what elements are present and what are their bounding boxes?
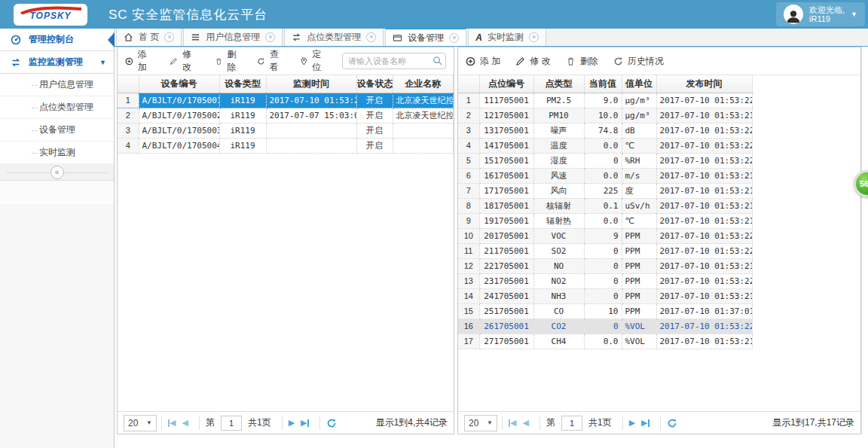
refresh-icon[interactable] xyxy=(667,418,677,428)
cell[interactable]: 北京凌天世纪控股股份有限公司 xyxy=(393,93,454,108)
cell[interactable]: 开启 xyxy=(356,108,393,123)
cell[interactable]: 2017-07-10 01:53:21 xyxy=(656,183,752,198)
column-header[interactable]: 值单位 xyxy=(622,75,656,93)
cell[interactable]: 2017-07-10 01:53:22 xyxy=(656,243,752,258)
prev-page-button[interactable]: ◀ xyxy=(182,418,188,428)
cell[interactable] xyxy=(393,123,454,138)
table-row[interactable]: 16261705001CO20%VOL2017-07-10 01:53:22 xyxy=(458,318,752,334)
cell[interactable]: 2017-07-10 01:37:01 xyxy=(656,303,752,318)
cell[interactable]: PM10 xyxy=(533,108,584,123)
cell[interactable]: %RH xyxy=(622,153,656,168)
column-header[interactable]: 点类型 xyxy=(533,75,584,93)
cell[interactable]: PPM xyxy=(622,243,656,258)
cell[interactable]: NO xyxy=(533,258,584,273)
row-number[interactable]: 16 xyxy=(458,318,479,334)
first-page-button[interactable]: ◀ xyxy=(509,418,516,428)
page-size-select[interactable]: 20▼ xyxy=(464,415,497,431)
row-number[interactable]: 13 xyxy=(458,273,479,288)
cell[interactable] xyxy=(266,138,356,153)
edit-button[interactable]: 修 改 xyxy=(515,55,550,68)
row-number[interactable]: 15 xyxy=(458,303,479,318)
cell[interactable]: 2017-07-10 01:53:21 xyxy=(656,108,752,123)
cell[interactable]: ℃ xyxy=(622,213,656,228)
sidebar-item-user-info[interactable]: 用户信息管理 xyxy=(0,74,114,96)
cell[interactable]: 191705001 xyxy=(479,213,533,228)
row-number[interactable]: 4 xyxy=(118,138,139,153)
cell[interactable]: 261705001 xyxy=(479,318,533,334)
row-number[interactable]: 17 xyxy=(458,334,479,349)
cell[interactable]: PM2.5 xyxy=(533,93,584,108)
cell[interactable]: 231705001 xyxy=(479,273,533,288)
table-row[interactable]: 2121705001PM1010.0μg/m³2017-07-10 01:53:… xyxy=(458,108,752,123)
history-button[interactable]: 历史情况 xyxy=(613,55,664,68)
close-icon[interactable]: × xyxy=(449,33,459,43)
cell[interactable]: uSv/h xyxy=(622,198,656,213)
row-number[interactable]: 9 xyxy=(458,213,479,228)
user-menu[interactable]: 欢迎光临, iR119 ▼ xyxy=(776,2,865,26)
cell[interactable]: 225 xyxy=(584,183,622,198)
column-header[interactable]: 企业名称 xyxy=(393,75,454,93)
cell[interactable]: %VOL xyxy=(622,318,656,334)
search-input[interactable] xyxy=(342,53,446,69)
sidebar-item-realtime[interactable]: 实时监测 xyxy=(0,142,114,164)
close-icon[interactable]: × xyxy=(529,32,539,42)
table-row[interactable]: 12221705001NO0PPM2017-07-10 01:53:21 xyxy=(458,258,752,273)
cell[interactable]: 251705001 xyxy=(479,303,533,318)
sidebar-section-monitoring[interactable]: 监控监测管理 ▼ xyxy=(0,51,114,74)
cell[interactable]: 湿度 xyxy=(533,153,584,168)
cell[interactable]: 2017-07-10 01:53:22 xyxy=(656,138,752,153)
row-number[interactable]: 8 xyxy=(458,198,479,213)
table-row[interactable]: 8181705001核辐射0.1uSv/h2017-07-10 01:53:21 xyxy=(458,198,752,213)
row-number[interactable]: 1 xyxy=(458,93,479,108)
cell[interactable]: 风向 xyxy=(533,183,584,198)
cell[interactable]: μg/m³ xyxy=(622,108,656,123)
cell[interactable]: 74.8 xyxy=(584,123,622,138)
cell[interactable]: 181705001 xyxy=(479,198,533,213)
cell[interactable]: 2017-07-10 01:53:21 xyxy=(656,198,752,213)
cell[interactable]: μg/m³ xyxy=(622,93,656,108)
cell[interactable]: 2017-07-10 01:53:21 xyxy=(656,288,752,303)
cell[interactable]: 271705001 xyxy=(479,334,533,349)
prev-page-button[interactable]: ◀ xyxy=(522,418,528,428)
cell[interactable]: 2017-07-10 01:53:22 xyxy=(656,153,752,168)
sidebar-section-console[interactable]: 管理控制台 xyxy=(0,29,114,51)
cell[interactable]: 0.0 xyxy=(584,213,622,228)
refresh-icon[interactable] xyxy=(326,418,337,428)
delete-button[interactable]: 删除 xyxy=(566,55,598,68)
row-number[interactable]: 5 xyxy=(458,153,479,168)
first-page-button[interactable]: ◀ xyxy=(168,418,176,428)
tab-user-info[interactable]: 用户信息管理 × xyxy=(183,28,283,46)
column-header[interactable] xyxy=(458,75,479,93)
chevron-down-icon[interactable]: ▼ xyxy=(851,11,857,18)
next-page-button[interactable]: ▶ xyxy=(629,418,635,428)
cell[interactable]: 2017-07-10 01:53:22 xyxy=(656,273,752,288)
row-number[interactable]: 3 xyxy=(118,123,139,138)
cell[interactable]: 噪声 xyxy=(533,123,584,138)
table-row[interactable]: 10201705001VOC9PPM2017-07-10 01:53:22 xyxy=(458,228,752,243)
cell[interactable]: 241705001 xyxy=(479,288,533,303)
table-row[interactable]: 5151705001湿度0%RH2017-07-10 01:53:22 xyxy=(458,153,752,168)
edit-button[interactable]: 修 改 xyxy=(170,48,199,74)
cell[interactable]: 161705001 xyxy=(479,168,533,183)
cell[interactable]: 风速 xyxy=(533,168,584,183)
tab-point-type[interactable]: 点位类型管理 × xyxy=(284,28,384,46)
cell[interactable]: 2017-07-10 01:53:22 xyxy=(656,93,752,108)
cell[interactable]: 2017-07-10 01:53:22 xyxy=(656,318,752,334)
cell[interactable]: A/BJLT/0/1705004 xyxy=(139,138,219,153)
cell[interactable]: iR119 xyxy=(219,108,266,123)
cell[interactable]: 0.0 xyxy=(584,334,622,349)
column-header[interactable]: 设备状态 xyxy=(356,75,393,93)
page-number-input[interactable] xyxy=(561,416,582,431)
cell[interactable]: PPM xyxy=(622,228,656,243)
cell[interactable]: 开启 xyxy=(356,123,393,138)
cell[interactable]: 0 xyxy=(584,153,622,168)
cell[interactable]: 核辐射 xyxy=(533,198,584,213)
cell[interactable]: 111705001 xyxy=(479,93,533,108)
cell[interactable]: 0 xyxy=(584,273,622,288)
cell[interactable]: NO2 xyxy=(533,273,584,288)
cell[interactable]: 10.0 xyxy=(584,108,622,123)
table-row[interactable]: 14241705001NH30PPM2017-07-10 01:53:21 xyxy=(458,288,752,303)
row-number[interactable]: 2 xyxy=(118,108,139,123)
table-row[interactable]: 4A/BJLT/0/1705004iR119开启 xyxy=(118,138,454,153)
cell[interactable]: 2017-07-10 01:53:22 xyxy=(656,123,752,138)
